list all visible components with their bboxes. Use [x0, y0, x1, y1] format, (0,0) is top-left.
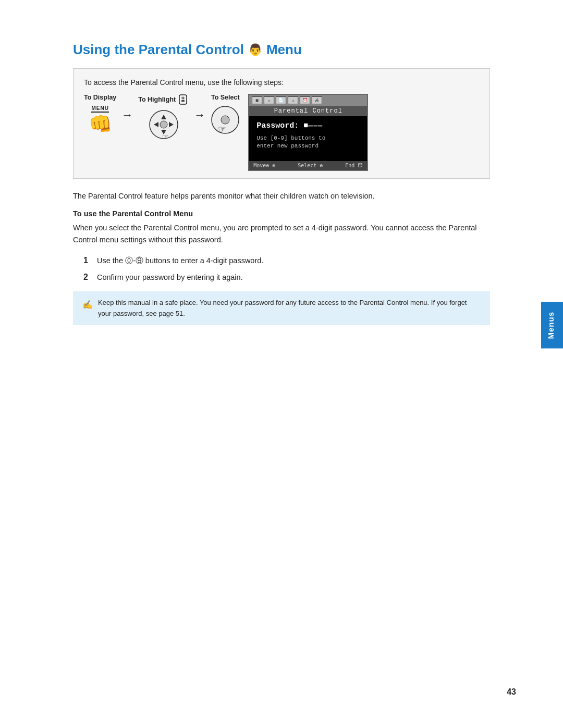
note-icon: ✍ [82, 298, 93, 312]
svg-point-12 [221, 116, 229, 124]
step-number-2: 2 [83, 270, 93, 284]
select-button-icon: ☞ [211, 105, 240, 134]
svg-text:☞: ☞ [218, 124, 226, 134]
svg-text:☞: ☞ [162, 132, 169, 140]
tv-screen: ▦ ☕ 📄 ⚠ ⏰ 🖨 Parental Control Password: ■… [248, 94, 368, 171]
svg-point-9 [160, 121, 167, 128]
intro-text: To access the Parental Control menu, use… [84, 78, 479, 87]
section-title-suffix: Menu [266, 42, 302, 58]
svg-rect-0 [179, 95, 187, 104]
tv-top-bar: ▦ ☕ 📄 ⚠ ⏰ 🖨 [249, 95, 367, 106]
page-number: 43 [507, 687, 516, 697]
dpad-icon: ☞ [149, 109, 179, 140]
step-text-2: Confirm your password by entering it aga… [97, 271, 243, 284]
tv-hint: Use [0-9] buttons to enter new password [256, 134, 360, 151]
numbered-list: 1 Use the ⓪-⑨ buttons to enter a 4-digit… [83, 253, 490, 283]
step-display: To Display MENU 👊 [84, 94, 116, 133]
section-title: Using the Parental Control 👨 Menu [73, 42, 490, 58]
step-highlight-label: To Highlight [138, 94, 189, 105]
step-display-label: To Display [84, 94, 116, 101]
note-box: ✍ Keep this manual in a safe place. You … [73, 291, 490, 326]
tv-bottom-bar: Move⊕ ⊕ Select ⊕ End 🖫 [249, 161, 367, 170]
svg-rect-3 [181, 102, 185, 103]
subheading: To use the Parental Control Menu [73, 209, 490, 218]
parental-icon: 👨 [248, 43, 262, 57]
tv-password: Password: ■—–— [256, 121, 360, 130]
description-text: The Parental Control feature helps paren… [73, 190, 490, 202]
tv-move: Move⊕ ⊕ [253, 163, 275, 168]
step-select-label: To Select [211, 94, 240, 101]
step-select: To Select ☞ [211, 94, 240, 134]
section-title-text: Using the Parental Control [73, 42, 244, 58]
menu-label: MENU [91, 105, 108, 113]
intro-paragraph: When you select the Parental Control men… [73, 222, 490, 246]
arrow-1: → [121, 108, 133, 122]
remote-icon [177, 94, 189, 105]
tv-body: Password: ■—–— Use [0-9] buttons to ente… [249, 116, 367, 161]
arrow-2: → [194, 108, 205, 122]
tv-title-bar: Parental Control [249, 106, 367, 116]
hand-press-icon: 👊 [89, 115, 112, 133]
tv-end: End 🖫 [345, 163, 363, 168]
instruction-box: To access the Parental Control menu, use… [73, 68, 490, 179]
note-text: Keep this manual in a safe place. You ne… [98, 298, 481, 319]
tv-select: Select ⊕ [298, 163, 323, 168]
steps-row: To Display MENU 👊 → To Highlight [84, 94, 479, 171]
step-text-1: Use the ⓪-⑨ buttons to enter a 4-digit p… [97, 254, 263, 267]
step-number-1: 1 [83, 253, 93, 267]
svg-point-1 [182, 97, 184, 99]
step-highlight: To Highlight [138, 94, 189, 140]
svg-rect-2 [181, 100, 185, 101]
list-item-1: 1 Use the ⓪-⑨ buttons to enter a 4-digit… [83, 253, 490, 267]
side-tab: Menus [541, 302, 563, 349]
list-item-2: 2 Confirm your password by entering it a… [83, 270, 490, 284]
